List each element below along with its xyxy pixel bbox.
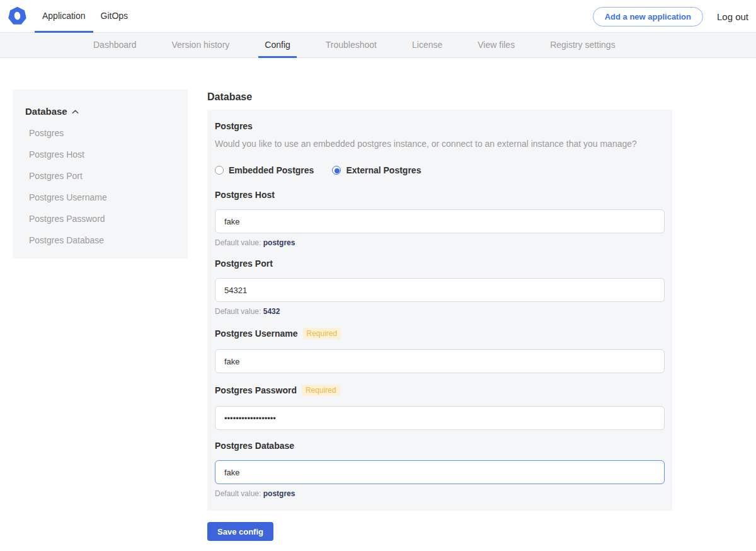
- sidebar-item-postgres-database[interactable]: Postgres Database: [29, 236, 175, 245]
- config-page: Application GitOps Add a new application…: [0, 0, 756, 551]
- subnav-license[interactable]: License: [406, 33, 449, 58]
- postgres-username-input[interactable]: [215, 349, 665, 373]
- subnav-view-files[interactable]: View files: [471, 33, 521, 58]
- required-badge: Required: [303, 328, 341, 339]
- postgres-help-text: Would you like to use an embedded postgr…: [215, 139, 665, 149]
- radio-embedded-postgres[interactable]: Embedded Postgres: [215, 165, 314, 175]
- top-nav-right: Add a new application Log out: [593, 0, 756, 33]
- subnav-troubleshoot[interactable]: Troubleshoot: [319, 33, 383, 58]
- required-badge: Required: [302, 385, 340, 396]
- radio-external-postgres[interactable]: External Postgres: [332, 165, 421, 175]
- sidebar-item-postgres-host[interactable]: Postgres Host: [29, 150, 175, 159]
- postgres-username-label: Postgres Username: [215, 329, 298, 338]
- radio-unchecked-icon: [215, 166, 224, 175]
- database-config-card: Postgres Would you like to use an embedd…: [207, 110, 672, 511]
- logout-link[interactable]: Log out: [717, 11, 748, 22]
- radio-embedded-label: Embedded Postgres: [229, 165, 314, 175]
- postgres-database-input[interactable]: [215, 460, 665, 484]
- config-main: Database Postgres Would you like to use …: [207, 91, 672, 511]
- postgres-host-input[interactable]: [215, 209, 665, 233]
- subnav-version-history[interactable]: Version history: [166, 33, 236, 58]
- sidebar-item-postgres-port[interactable]: Postgres Port: [29, 171, 175, 180]
- subnav-config[interactable]: Config: [258, 33, 296, 58]
- postgres-database-default: Default value: postgres: [215, 489, 665, 498]
- tab-application[interactable]: Application: [35, 0, 93, 33]
- sidebar-group-title: Database: [25, 106, 67, 117]
- sidebar-item-postgres[interactable]: Postgres: [29, 129, 175, 137]
- sidebar-group-database[interactable]: Database: [25, 106, 175, 117]
- top-nav: Application GitOps Add a new application…: [0, 0, 756, 33]
- postgres-port-input[interactable]: [215, 278, 665, 302]
- subnav-registry-settings[interactable]: Registry settings: [544, 33, 621, 58]
- tab-gitops[interactable]: GitOps: [93, 0, 136, 33]
- postgres-mode-radio-group: Embedded Postgres External Postgres: [215, 165, 665, 175]
- radio-external-label: External Postgres: [346, 165, 421, 175]
- postgres-password-input[interactable]: [215, 406, 665, 430]
- save-config-button[interactable]: Save config: [207, 522, 273, 541]
- sub-nav: Dashboard Version history Config Trouble…: [0, 33, 756, 58]
- postgres-host-label: Postgres Host: [215, 190, 275, 199]
- postgres-port-default: Default value: 5432: [215, 307, 665, 316]
- config-sidebar: Database Postgres Postgres Host Postgres…: [13, 90, 188, 258]
- sidebar-item-postgres-username[interactable]: Postgres Username: [29, 193, 175, 202]
- postgres-database-label: Postgres Database: [215, 441, 294, 450]
- app-logo-icon[interactable]: [0, 0, 35, 32]
- chevron-up-icon: [72, 108, 79, 115]
- top-tabs: Application GitOps: [35, 0, 135, 32]
- postgres-password-label: Postgres Password: [215, 386, 297, 395]
- page-title: Database: [207, 91, 672, 103]
- postgres-port-label: Postgres Port: [215, 259, 273, 268]
- sidebar-item-postgres-password[interactable]: Postgres Password: [29, 214, 175, 223]
- radio-checked-icon: [332, 166, 341, 175]
- subnav-dashboard[interactable]: Dashboard: [87, 33, 143, 58]
- postgres-group-label: Postgres: [215, 121, 665, 131]
- add-new-application-button[interactable]: Add a new application: [593, 7, 703, 26]
- postgres-host-default: Default value: postgres: [215, 238, 665, 247]
